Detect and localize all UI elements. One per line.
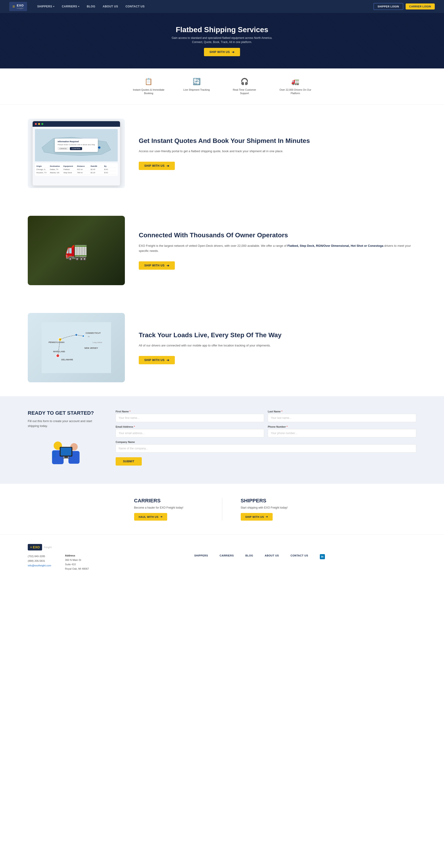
email-label: Email Address * <box>116 425 264 428</box>
nav-actions: SHIPPER LOGIN CARRIER LOGIN <box>374 3 435 10</box>
hero-section: Flatbed Shipping Services Gain access to… <box>0 13 444 68</box>
instant-quotes-section: Information Required Please Enter Custom… <box>0 105 444 202</box>
required-indicator: * <box>281 410 282 413</box>
logo[interactable]: ≡ EXO freight <box>9 2 27 11</box>
max-dot <box>41 123 43 125</box>
svg-text:MARYLAND: MARYLAND <box>53 350 65 353</box>
quotes-icon: 📋 <box>145 78 153 85</box>
nav-shippers[interactable]: SHIPPERS ▾ <box>34 3 58 10</box>
footer-logo: ≡ EXO <box>28 544 42 551</box>
phone-input[interactable] <box>268 429 416 437</box>
shippers-cta-heading: SHIPPERS <box>241 498 310 504</box>
last-name-label: Last Name * <box>268 410 416 413</box>
nav-carriers[interactable]: CARRIERS ▾ <box>59 3 83 10</box>
submit-button[interactable]: SUBMIT <box>116 457 142 466</box>
footer-email[interactable]: info@exofreight.com <box>28 564 51 567</box>
footer-nav-about: ABOUT US <box>265 554 279 559</box>
navbar: ≡ EXO freight SHIPPERS ▾ CARRIERS ▾ BLOG… <box>0 0 444 13</box>
modal-cancel-button[interactable]: CANCEL <box>58 147 69 150</box>
phone2: (888) 206-5831 <box>28 559 51 563</box>
shippers-cta-text: Start shipping with EXO Freight today! <box>241 506 310 509</box>
shipper-login-button[interactable]: SHIPPER LOGIN <box>374 3 403 10</box>
instant-quotes-ship-button[interactable]: SHIP WITH US ➔ <box>139 162 175 170</box>
svg-rect-23 <box>64 457 68 458</box>
logo-icon: ≡ <box>12 4 15 9</box>
nav-contact[interactable]: CONTACT US <box>122 3 148 10</box>
svg-rect-22 <box>61 447 71 456</box>
address-lines: 360 N Main St Suite 410 Royal Oak, MI 48… <box>65 558 89 571</box>
track-section: PENNSYLVANIA CONNECTICUT RI NEW JERSEY M… <box>0 299 444 396</box>
min-dot <box>38 123 40 125</box>
nav-blog[interactable]: BLOG <box>84 3 98 10</box>
track-content: Track Your Loads Live, Every Step Of The… <box>139 331 416 364</box>
footer-nav-carriers: CARRIERS <box>220 554 234 559</box>
required-indicator: * <box>129 410 130 413</box>
svg-rect-18 <box>53 451 56 458</box>
chevron-down-icon: ▾ <box>78 5 80 8</box>
svg-text:NEW JERSEY: NEW JERSEY <box>85 347 98 349</box>
feature-tracking-label: Live Shipment Tracking <box>183 88 210 92</box>
first-name-input[interactable] <box>116 414 264 422</box>
connected-ship-button[interactable]: SHIP WITH US ➔ <box>139 261 175 270</box>
hero-ship-button[interactable]: SHIP WITH US ➔ <box>204 48 240 56</box>
email-input[interactable] <box>116 429 264 437</box>
track-ship-button[interactable]: SHIP WITH US ➔ <box>139 356 175 364</box>
ship-with-us-button[interactable]: SHIP WITH US ➔ <box>241 513 273 521</box>
portal-body: Information Required Please Enter Custom… <box>33 127 120 185</box>
form-left: READY TO GET STARTED? Fill out this form… <box>28 410 102 470</box>
footer-nav-groups: SHIPPERS CARRIERS BLOG ABOUT US CONTACT … <box>103 554 416 559</box>
footer-nav-shippers-heading: SHIPPERS <box>194 554 208 557</box>
instant-quotes-title: Get Instant Quotes And Book Your Shipmen… <box>139 137 416 145</box>
illustration-svg <box>42 434 88 469</box>
support-icon: 🎧 <box>241 78 249 85</box>
modal-confirm-button[interactable]: CONFIRM <box>70 147 82 150</box>
nav-about[interactable]: ABOUT US <box>99 3 121 10</box>
hero-subtitle1: Gain access to standard and specialized … <box>171 36 273 39</box>
company-input[interactable] <box>116 444 416 453</box>
arrow-icon: ➔ <box>166 164 169 168</box>
carrier-login-button[interactable]: CARRIER LOGIN <box>406 3 435 9</box>
haul-with-us-button[interactable]: HAUL WITH US ➔ <box>134 513 167 521</box>
portal-map: Information Required Please Enter Custom… <box>35 129 118 161</box>
track-map-svg: PENNSYLVANIA CONNECTICUT RI NEW JERSEY M… <box>42 322 111 373</box>
close-dot <box>35 123 37 125</box>
form-section: READY TO GET STARTED? Fill out this form… <box>0 396 444 484</box>
connected-body: EXO Freight is the largest network of ve… <box>139 243 416 253</box>
drivers-icon: 🚛 <box>291 78 299 85</box>
instant-quotes-content: Get Instant Quotes And Book Your Shipmen… <box>139 137 416 170</box>
track-body: All of our drivers are connected with ou… <box>139 343 416 348</box>
modal-body: Please Enter Customer Info to Book and S… <box>58 144 95 146</box>
arrow-icon: ➔ <box>166 358 169 362</box>
footer-bottom-row: ≡ EXO freight <box>28 544 416 554</box>
footer-cta-section: CARRIERS Become a hauler for EXO Freight… <box>0 484 444 534</box>
carriers-cta-heading: CARRIERS <box>134 498 203 504</box>
feature-drivers-label: Over 22,000 Drivers On Our Platform <box>279 88 312 95</box>
phone-label: Phone Number * <box>268 425 416 428</box>
portal-table-header: Origin Destination Equipment Distance Ra… <box>36 165 116 168</box>
footer: ≡ EXO freight (702) 840-3285 (888) 206-5… <box>0 534 444 580</box>
logo-sub: freight <box>17 7 24 9</box>
shippers-cta: SHIPPERS Start shipping with EXO Freight… <box>241 498 310 521</box>
modal-title: Information Required <box>58 141 95 143</box>
footer-nav-blog-heading: BLOG <box>245 554 253 557</box>
email-group: Email Address * <box>116 425 264 437</box>
feature-support: 🎧 Real-Time Customer Support <box>228 78 261 95</box>
form-illustration <box>28 433 102 470</box>
linkedin-icon[interactable]: in <box>320 554 325 559</box>
last-name-input[interactable] <box>268 414 416 422</box>
last-name-group: Last Name * <box>268 410 416 422</box>
footer-nav-blog: BLOG <box>245 554 253 559</box>
feature-quotes: 📋 Instant Quotes & Immediate Booking <box>132 78 165 95</box>
hero-title: Flatbed Shipping Services <box>171 26 273 34</box>
footer-nav-shippers: SHIPPERS <box>194 554 208 559</box>
feature-tracking: 🔄 Live Shipment Tracking <box>183 78 210 95</box>
arrow-icon: ➔ <box>266 515 268 518</box>
feature-quotes-label: Instant Quotes & Immediate Booking <box>132 88 165 95</box>
arrow-icon: ➔ <box>166 264 169 267</box>
carriers-cta: CARRIERS Become a hauler for EXO Freight… <box>134 498 203 521</box>
footer-logo-area: ≡ EXO freight <box>28 544 52 551</box>
required-indicator: * <box>287 425 287 428</box>
footer-contact-block: (702) 840-3285 (888) 206-5831 info@exofr… <box>28 554 51 568</box>
track-title: Track Your Loads Live, Every Step Of The… <box>139 331 416 339</box>
form-right: First Name * Last Name * Email Address * <box>116 410 416 466</box>
